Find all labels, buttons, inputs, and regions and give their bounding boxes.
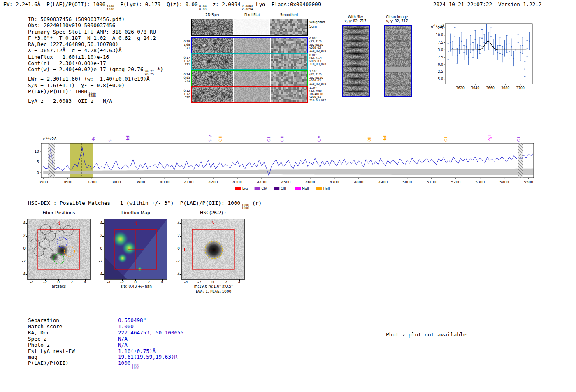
info-line-8-fraction: 20.7720.75: [145, 70, 154, 76]
svg-text:2.5: 2.5: [438, 56, 443, 59]
svg-text:-5.0: -5.0: [437, 77, 443, 81]
fiber-smoothed-cutout: [271, 87, 307, 102]
fiber-row-info: 1.19"(82, 717)20240110v019_01318_RU_078: [309, 70, 326, 86]
match-table-row: Spec zN/A: [28, 336, 183, 342]
svg-text:4100: 4100: [184, 180, 194, 184]
spectral-line-marker: CII: [267, 137, 271, 142]
cutout-xtick-mark: [32, 279, 32, 281]
info-line-5: λ = 3657.12Å σ = 4.28(±4.63)Å: [28, 47, 163, 53]
match-row-value: N/A: [118, 336, 128, 342]
info-line-9-text: EWr = 2.30(±1.60) (w: -1.40(±0.01)e19)Å: [28, 76, 150, 82]
cutout-title-fiber-positions: Fiber Positions: [27, 210, 91, 216]
spectral-line-marker: HeII: [126, 135, 130, 142]
cutout-title-lineflux-map: Lineflux Map: [104, 210, 167, 216]
svg-text:3800: 3800: [111, 180, 121, 184]
fiber-weight-value: 0.17: [179, 56, 190, 60]
column-header-pixel-flat: Pixel Flat: [233, 13, 271, 17]
header-timestamp-version: 2024-10-21 22:07:22 Version 1.22.2: [433, 1, 541, 7]
cutout-ytick-label: -2: [16, 259, 26, 263]
match-row-value-text: 1000: [118, 360, 130, 366]
cutout-xtick-label: 0: [54, 280, 63, 284]
info-line-2-text: Primary Spec_Slot_IFU_AMP: 318_026_078_R…: [28, 29, 156, 35]
fiber-row-info-line: 318_RU_078: [309, 83, 326, 86]
header-summary-fraction: 0.000.00: [199, 5, 207, 11]
fiber-pixel-flat-cutout: [234, 71, 270, 86]
header-summary-text: Lyα Flags:0x00400009: [253, 1, 321, 7]
fraction-bottom: 1000: [88, 95, 96, 98]
fiber-weight-value: 1.69: [179, 43, 190, 46]
spectral-line-marker: SiIV: [208, 135, 212, 142]
weighted-sum-strip: [191, 19, 308, 36]
cutout-xtick-label: 2: [222, 280, 230, 284]
cutout-xtick-label: 0: [209, 280, 217, 284]
hsc-match-header-fraction: 10001000: [242, 204, 249, 209]
match-row-value: 1.10(±0.75)Å: [118, 348, 156, 354]
svg-text:3600: 3600: [63, 180, 72, 184]
header-summary-fraction: 2.00942.0094: [242, 5, 253, 11]
cutout-ytick-mark: [102, 262, 104, 262]
cutout-ytick-mark: [102, 249, 104, 249]
info-line-6-text: LineFlux = 1.60(±1.10)e-16: [28, 54, 109, 60]
match-row-value-text: 1.000: [118, 323, 134, 329]
svg-text:3640: 3640: [471, 86, 479, 90]
info-line-4: RA,Dec (227.464890,50.100780): [28, 41, 163, 47]
withsky-xy: x, y: 82, 717: [336, 19, 375, 23]
cutout-xtick-label: -4: [182, 280, 190, 284]
fiber-row-strip: [191, 53, 308, 70]
svg-text:4600: 4600: [305, 180, 315, 184]
fiber-row-info-line: 318_RU_077: [309, 99, 326, 102]
svg-text:CIII: CIII: [281, 187, 286, 190]
fiber-row-strip: [191, 70, 308, 86]
fiber-weight-value: 1.72: [179, 60, 190, 63]
info-line-11-text: P(LAE)/P(OII): 1000: [28, 88, 87, 95]
weighted-sum-label-line1: Weighted: [309, 21, 325, 25]
info-line-11: P(LAE)/P(OII): 100010001000: [28, 88, 163, 98]
match-row-value: 100010001000: [118, 360, 139, 366]
fraction-bottom: 1000: [132, 366, 139, 369]
cutout-ytick-label: 4: [93, 221, 102, 225]
match-row-value-text: 19.61(19.59,19.63)R: [118, 354, 177, 360]
fiber-row-strip: [191, 37, 308, 53]
svg-text:HeII: HeII: [323, 187, 330, 190]
svg-text:3620: 3620: [456, 86, 464, 90]
spectral-line-marker: NV: [91, 137, 95, 142]
info-line-3: F=*3.0"* T=0.187 N=1.02 A=0.62 g=24.2: [28, 35, 163, 41]
svg-text:-2.5: -2.5: [437, 70, 443, 74]
fiber-2d-spec-cutout: [192, 38, 233, 53]
cutout-ytick-mark: [26, 236, 27, 237]
cutout-ytick-label: -4: [171, 272, 180, 276]
cutout-xtick-mark: [122, 279, 123, 281]
spectral-line-marker: OII: [367, 137, 372, 142]
svg-text:5100: 5100: [427, 180, 436, 184]
spectral-line-marker: SiII: [108, 136, 112, 142]
spectral-line-marker: CIV: [317, 136, 321, 142]
svg-text:0: 0: [37, 171, 39, 175]
svg-text:4500: 4500: [281, 180, 291, 184]
fiber-row-info: 1.34"(82, 708)20240110v019_01318_RU_077: [309, 87, 326, 102]
cutout-xtick-mark: [226, 279, 226, 281]
fiber-weight-value: 0.12: [179, 89, 190, 93]
line-fit-plot: 12.510.07.55.02.50.0-2.5-5.0362036403660…: [428, 21, 537, 97]
info-line-10-text: S/N = 1.6(±1.1) χ² = 0.8(±0.0): [28, 82, 125, 88]
cutout-ytick-mark: [102, 274, 104, 275]
hsc-r-image: [181, 219, 245, 280]
fiber-pixel-flat-cutout: [234, 54, 270, 69]
cutout-xtick-mark: [200, 279, 200, 281]
weighted-sum-label: Weighted Sum: [309, 21, 325, 28]
svg-text:5.0: 5.0: [438, 48, 443, 52]
masked-wavelength-band: [518, 143, 523, 178]
fraction-bottom: 1000: [107, 8, 114, 11]
svg-text:4900: 4900: [378, 180, 388, 184]
cutout-ytick-label: 0: [16, 246, 26, 251]
svg-text:3500: 3500: [39, 180, 48, 184]
cutout-ytick-label: -4: [16, 272, 26, 276]
info-line-3-text: F=*3.0"* T=0.187 N=1.02 A=0.62 g=24.2: [28, 35, 156, 41]
match-table-row: P(LAE)/P(OII)100010001000: [28, 360, 183, 369]
fiber-smoothed-cutout: [271, 54, 307, 69]
match-row-value-text: N/A: [118, 342, 128, 348]
fiber-weight-value: 1.72: [179, 93, 190, 96]
info-line-6: LineFlux = 1.60(±1.10)e-16: [28, 54, 163, 60]
cutout-xtick-mark: [72, 279, 72, 281]
column-header-smoothed: Smoothed: [270, 13, 308, 17]
column-header-2d-spec: 2D Spec: [191, 13, 234, 17]
